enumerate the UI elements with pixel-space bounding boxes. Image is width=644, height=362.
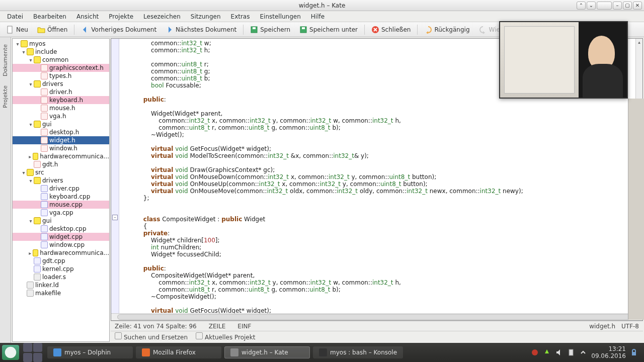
taskbar-task[interactable]: widget.h – Kate	[224, 346, 310, 358]
tree-item[interactable]: desktop.h	[13, 128, 109, 136]
tray-chevron-icon[interactable]	[579, 348, 587, 356]
tray-volume-icon[interactable]	[555, 348, 563, 356]
insert-mode[interactable]: EINF	[237, 323, 251, 330]
tree-item[interactable]: keyboard.cpp	[13, 193, 109, 201]
tree-item-label: driver.cpp	[49, 185, 79, 192]
tree-item-label: loader.s	[42, 274, 66, 281]
menu-sessions[interactable]: Sitzungen	[187, 12, 225, 21]
tree-item[interactable]: types.h	[13, 72, 109, 80]
taskbar-clock[interactable]: 13:2109.06.2016	[591, 345, 626, 359]
bottom-tool-tabs: Suchen und Ersetzen Aktuelles Projekt	[111, 331, 643, 342]
tree-item[interactable]: kernel.cpp	[13, 265, 109, 273]
start-menu-button[interactable]	[2, 345, 19, 360]
tree-item[interactable]: gdt.h	[13, 160, 109, 168]
tree-item[interactable]: ▾include	[13, 48, 109, 56]
documents-tab[interactable]: Dokumente	[1, 41, 10, 79]
tree-item[interactable]: ▾common	[13, 56, 109, 64]
menu-edit[interactable]: Bearbeiten	[29, 12, 70, 21]
quick-launch-icon[interactable]	[33, 343, 42, 352]
next-doc-button[interactable]: Nächstes Dokument	[162, 24, 240, 35]
tree-item[interactable]: ▾src	[13, 168, 109, 176]
file-icon	[41, 201, 48, 208]
search-icon	[115, 332, 122, 339]
status-encoding[interactable]: UTF-8	[621, 323, 639, 330]
tree-item[interactable]: graphicscontext.h	[13, 64, 109, 72]
close-window-button[interactable]: ✕	[633, 2, 642, 10]
quick-launch-icon[interactable]	[23, 343, 32, 352]
open-button[interactable]: Öffnen	[33, 24, 71, 35]
folder-icon	[33, 249, 39, 256]
menu-extras[interactable]: Extras	[227, 12, 254, 21]
tree-item-label: mouse.cpp	[49, 201, 83, 208]
tree-item-label: vga.cpp	[49, 209, 73, 216]
file-icon	[41, 225, 48, 232]
menu-projects[interactable]: Projekte	[105, 12, 137, 21]
tree-item[interactable]: ▸hardwarecommunica...	[13, 152, 109, 160]
current-project-tab[interactable]: Aktuelles Projekt	[196, 332, 255, 341]
projects-tab[interactable]: Projekte	[1, 82, 10, 111]
tree-item[interactable]: window.cpp	[13, 241, 109, 249]
taskbar-task[interactable]: Mozilla Firefox	[136, 346, 221, 358]
tree-item[interactable]: mouse.h	[13, 104, 109, 112]
tray-lock-icon[interactable]	[630, 348, 638, 356]
tree-item[interactable]: loader.s	[13, 273, 109, 281]
tree-item[interactable]: widget.cpp	[13, 233, 109, 241]
tree-item[interactable]: widget.h	[13, 136, 109, 144]
taskbar-task[interactable]: myos : bash – Konsole	[313, 346, 403, 358]
fold-marker-icon[interactable]: –	[112, 215, 118, 220]
tray-icon[interactable]	[531, 348, 539, 356]
tree-item[interactable]: ▾gui	[13, 217, 109, 225]
tray-clipboard-icon[interactable]	[567, 348, 575, 356]
menu-help[interactable]: Hilfe	[307, 12, 329, 21]
taskbar-task[interactable]: myos – Dolphin	[47, 346, 133, 358]
svg-point-7	[532, 349, 538, 355]
tree-item[interactable]: mouse.cpp	[13, 201, 109, 209]
undo-button[interactable]: Rückgängig	[420, 24, 473, 35]
menu-bookmarks[interactable]: Lesezeichen	[139, 12, 185, 21]
redo-icon	[479, 26, 487, 34]
tree-item[interactable]: vga.cpp	[13, 209, 109, 217]
horizontal-scrollbar[interactable]	[111, 313, 642, 320]
prev-doc-button[interactable]: Vorheriges Dokument	[77, 24, 160, 35]
save-button[interactable]: Speichern	[246, 24, 294, 35]
quick-launch-icon[interactable]	[33, 353, 42, 362]
tree-item[interactable]: driver.h	[13, 88, 109, 96]
line-mode[interactable]: ZEILE	[209, 323, 226, 330]
tree-item[interactable]: desktop.cpp	[13, 225, 109, 233]
tree-item[interactable]: ▾drivers	[13, 176, 109, 185]
tray-icon[interactable]	[543, 348, 551, 356]
quick-launch-icon[interactable]	[23, 353, 32, 362]
menu-settings[interactable]: Einstellungen	[256, 12, 304, 21]
new-button[interactable]: Neu	[2, 24, 32, 35]
close-button[interactable]: Schließen	[367, 24, 415, 35]
tree-item[interactable]: makefile	[13, 289, 109, 297]
tree-item[interactable]: ▾gui	[13, 120, 109, 128]
search-replace-tab[interactable]: Suchen und Ersetzen	[115, 332, 188, 341]
save-as-button[interactable]: Speichern unter	[295, 24, 362, 35]
menu-view[interactable]: Ansicht	[72, 12, 103, 21]
fold-gutter[interactable]: –	[111, 39, 119, 313]
menu-file[interactable]: Datei	[3, 12, 27, 21]
tree-item[interactable]: vga.h	[13, 112, 109, 120]
roll-down-button[interactable]: ⌄	[587, 2, 596, 10]
roll-up-button[interactable]: ⌃	[577, 2, 586, 10]
tree-item[interactable]: window.h	[13, 144, 109, 152]
project-tree[interactable]: ▾myos▾include▾commongraphicscontext.htyp…	[12, 38, 110, 342]
tree-item-label: keyboard.cpp	[49, 193, 90, 200]
folder-open-icon	[37, 26, 45, 34]
tree-item[interactable]: keyboard.h	[13, 96, 109, 104]
tree-item[interactable]: ▾drivers	[13, 80, 109, 88]
tree-item[interactable]: ▾myos	[13, 40, 109, 48]
tree-item[interactable]: ▸hardwarecommunica...	[13, 249, 109, 257]
tree-item-label: drivers	[42, 177, 63, 184]
tree-item[interactable]: gdt.cpp	[13, 257, 109, 265]
tree-item-label: gdt.cpp	[42, 257, 65, 264]
tree-item-label: keyboard.h	[49, 97, 83, 104]
app-icon	[53, 348, 61, 356]
maximize-button[interactable]: ▢	[623, 2, 632, 10]
tree-item[interactable]: driver.cpp	[13, 185, 109, 193]
tree-item[interactable]: linker.ld	[13, 281, 109, 289]
menu-bar: Datei Bearbeiten Ansicht Projekte Leseze…	[0, 11, 644, 22]
minimize-button[interactable]: –	[613, 2, 622, 10]
tree-item-label: kernel.cpp	[42, 265, 74, 273]
